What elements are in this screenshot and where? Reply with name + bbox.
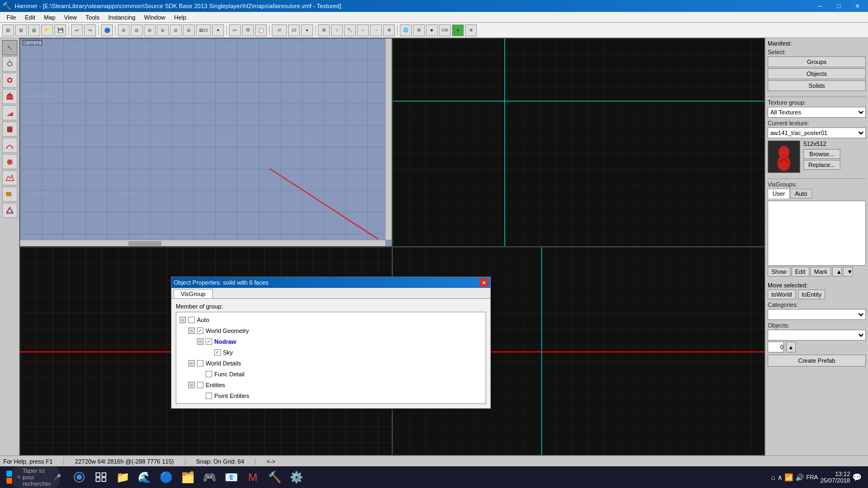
- tool-texture[interactable]: [2, 187, 17, 202]
- show-button[interactable]: Show: [768, 267, 790, 277]
- tool-wedge[interactable]: [2, 105, 17, 120]
- menu-view[interactable]: View: [60, 13, 81, 22]
- menu-edit[interactable]: Edit: [21, 13, 40, 22]
- cb-entities[interactable]: [197, 382, 203, 388]
- taskbar-file-manager[interactable]: 🗂️: [178, 467, 197, 487]
- objects-select[interactable]: [768, 330, 866, 341]
- taskbar-steam[interactable]: 🎮: [200, 467, 219, 487]
- tool-block[interactable]: [2, 89, 17, 104]
- tool-cylinder[interactable]: [2, 121, 17, 137]
- camera-scrollbar-v[interactable]: [385, 38, 392, 240]
- taskbar-microphone[interactable]: 🎤: [48, 467, 67, 487]
- toolbar-btn-14[interactable]: ⊘: [183, 24, 195, 36]
- toolbar-btn-23[interactable]: ⊞: [318, 24, 330, 36]
- num-input[interactable]: [768, 342, 784, 352]
- toolbar-btn-25[interactable]: 🔧: [344, 24, 356, 36]
- browse-button[interactable]: Browse...: [803, 149, 840, 159]
- toolbar-btn-31[interactable]: ■: [426, 24, 438, 36]
- to-world-button[interactable]: toWorld: [768, 290, 796, 299]
- objects-button[interactable]: Objects: [768, 68, 866, 79]
- expand-entities[interactable]: −: [188, 382, 195, 388]
- taskbar-cortana[interactable]: [69, 467, 89, 487]
- auto-tab[interactable]: Auto: [790, 189, 812, 198]
- cb-nodraw[interactable]: [206, 338, 212, 345]
- notification-icon[interactable]: 💬: [852, 473, 861, 481]
- taskbar-search[interactable]: Taper ici pour rechercher: [26, 467, 46, 487]
- groups-button[interactable]: Groups: [768, 56, 866, 67]
- edit-button[interactable]: Edit: [792, 267, 809, 277]
- to-entity-button[interactable]: toEntity: [798, 290, 826, 299]
- dialog-close-button[interactable]: ✕: [480, 278, 488, 287]
- toolbar-btn-26[interactable]: ←: [357, 24, 369, 36]
- cb-world-details[interactable]: [197, 360, 203, 367]
- toolbar-btn-13[interactable]: ⊘: [170, 24, 182, 36]
- toolbar-btn-2[interactable]: ⊞: [15, 24, 27, 36]
- toolbar-btn-9[interactable]: ⊘: [118, 24, 130, 36]
- toolbar-btn-3[interactable]: ⊞: [28, 24, 40, 36]
- cb-point-entities[interactable]: [206, 393, 212, 399]
- taskbar-mail[interactable]: 📧: [221, 467, 241, 487]
- create-prefab-button[interactable]: Create Prefab: [768, 355, 866, 367]
- toolbar-btn-22[interactable]: ●: [301, 24, 313, 36]
- taskbar-edge[interactable]: 🌊: [135, 467, 154, 487]
- visgroup-list[interactable]: [768, 201, 866, 266]
- taskbar-explorer[interactable]: 📁: [113, 467, 132, 487]
- tool-camera[interactable]: [2, 56, 17, 72]
- toolbar-btn-5[interactable]: 💾: [54, 24, 66, 36]
- user-tab[interactable]: User: [768, 189, 790, 198]
- scrollbar-thumb-h[interactable]: [129, 241, 161, 246]
- toolbar-btn-18[interactable]: ⧉: [242, 24, 254, 36]
- expand-nodraw[interactable]: −: [197, 338, 203, 345]
- menu-window[interactable]: Window: [140, 13, 170, 22]
- current-texture-select[interactable]: aw141_t/ac_poster01: [768, 127, 866, 138]
- toolbar-btn-20[interactable]: ///: [272, 24, 287, 36]
- texture-group-select[interactable]: All Textures: [768, 107, 866, 118]
- toolbar-btn-29[interactable]: 🌐: [400, 24, 412, 36]
- expand-world-geo[interactable]: −: [188, 328, 195, 334]
- down-arrow-button[interactable]: ▼: [843, 267, 853, 277]
- tool-select[interactable]: ↖: [2, 40, 17, 55]
- cb-world-geo[interactable]: [197, 328, 203, 334]
- menu-help[interactable]: Help: [170, 13, 191, 22]
- dialog-titlebar[interactable]: Object Properties: solid with 6 faces ✕: [171, 277, 490, 288]
- toolbar-btn-33[interactable]: ●: [452, 24, 464, 36]
- toolbar-btn-17[interactable]: ✂: [229, 24, 241, 36]
- toolbar-undo[interactable]: ↩: [71, 24, 83, 36]
- replace-button[interactable]: Replace...: [803, 160, 840, 170]
- menu-instancing[interactable]: Instancing: [104, 13, 139, 22]
- toolbar-btn-30[interactable]: ⊞: [413, 24, 425, 36]
- cb-func-detail[interactable]: [206, 371, 212, 377]
- expand-world-details[interactable]: −: [188, 360, 195, 367]
- toolbar-btn-34[interactable]: ⊕: [465, 24, 477, 36]
- toolbar-btn-27[interactable]: →: [370, 24, 382, 36]
- close-button[interactable]: ✕: [848, 1, 866, 11]
- toolbar-btn-8[interactable]: 🔵: [101, 24, 113, 36]
- solids-button[interactable]: Solids: [768, 80, 866, 91]
- tool-entity[interactable]: [2, 73, 17, 88]
- taskbar-hammer[interactable]: 🔨: [265, 467, 284, 487]
- taskbar-gmail[interactable]: M: [243, 467, 263, 487]
- expand-auto[interactable]: −: [180, 317, 186, 323]
- viewport-camera[interactable]: SKYBOX SKYBOX SKYBOX SKYBOX SKYBOX SKYBO…: [20, 38, 392, 247]
- toolbar-btn-1[interactable]: ⊞: [2, 24, 14, 36]
- toolbar-btn-24[interactable]: ↕: [331, 24, 343, 36]
- toolbar-btn-12[interactable]: ⊘: [157, 24, 169, 36]
- toolbar-btn-4[interactable]: 📁: [41, 24, 53, 36]
- menu-tools[interactable]: Tools: [81, 13, 104, 22]
- tool-arch[interactable]: [2, 138, 17, 153]
- toolbar-btn-19[interactable]: 📋: [255, 24, 267, 36]
- minimize-button[interactable]: ─: [812, 1, 829, 11]
- toolbar-btn-32[interactable]: CM: [439, 24, 451, 36]
- cb-sky[interactable]: [214, 349, 221, 356]
- toolbar-btn-10[interactable]: ⊘: [131, 24, 143, 36]
- taskbar-extra[interactable]: ⚙️: [286, 467, 306, 487]
- toolbar-btn-21[interactable]: 22: [288, 24, 300, 36]
- num-spin-button[interactable]: ▲: [786, 342, 796, 352]
- taskbar-task-view[interactable]: [91, 467, 111, 487]
- maximize-button[interactable]: □: [830, 1, 847, 11]
- toolbar-btn-28[interactable]: ⊕: [383, 24, 395, 36]
- toolbar-btn-15[interactable]: ▨22: [196, 24, 211, 36]
- menu-file[interactable]: File: [2, 13, 21, 22]
- menu-map[interactable]: Map: [40, 13, 60, 22]
- dialog-tab-visgroup[interactable]: VisGroup: [174, 289, 213, 298]
